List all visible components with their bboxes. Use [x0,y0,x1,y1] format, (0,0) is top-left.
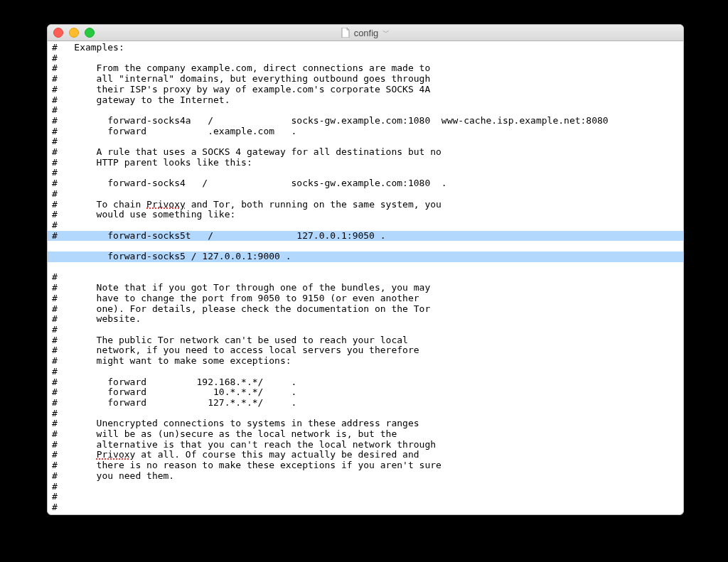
code-line[interactable]: # A rule that uses a SOCKS 4 gateway for… [52,146,441,157]
document-icon [341,28,350,38]
minimize-button[interactable] [69,28,79,38]
titlebar[interactable]: config ﹀ [48,25,683,41]
editor-window: config ﹀ # Examples: # # From the compan… [47,24,684,515]
code-line[interactable]: # [52,491,58,502]
code-line[interactable]: # forward 127.*.*.*/ . [52,397,296,408]
code-line[interactable]: # network, if you need to access local s… [52,345,419,355]
chevron-down-icon: ﹀ [382,28,390,38]
selected-line[interactable]: # forward-socks5t / 127.0.0.1:9050 . [48,231,683,242]
code-line[interactable]: # To chain Privoxy and Tor, both running… [52,199,441,210]
code-line[interactable]: # you need them. [52,470,174,481]
code-line[interactable]: # [52,408,58,418]
code-line[interactable]: # will be as (un)secure as the local net… [52,428,397,439]
code-line[interactable]: # forward-socks4 / socks-gw.example.com:… [52,178,447,188]
code-line[interactable]: # The public Tor network can't be used t… [52,335,408,345]
code-line[interactable]: # [52,481,58,492]
code-line[interactable]: # [52,104,58,115]
window-title[interactable]: config ﹀ [48,28,683,38]
code-line[interactable]: # [52,271,58,282]
code-line[interactable]: # Note that if you got Tor through one o… [52,282,430,293]
code-line[interactable]: # forward-socks4a / socks-gw.example.com… [52,115,609,126]
text-editor[interactable]: # Examples: # # From the company example… [48,41,683,514]
code-line[interactable]: # Privoxy at all. Of course this may act… [52,449,419,460]
code-line[interactable]: # might want to make some exceptions: [52,355,291,366]
selected-line[interactable]: forward-socks5 / 127.0.0.1:9000 . [48,252,683,262]
code-line[interactable]: # all "internal" domains, but everything… [52,73,430,84]
code-line[interactable]: # forward 192.168.*.*/ . [52,377,296,387]
code-line[interactable]: # HTTP parent looks like this: [52,157,252,168]
code-line[interactable]: # [52,188,58,199]
code-line[interactable]: # [52,512,58,514]
window-controls [53,28,95,38]
code-line[interactable]: # [52,136,58,146]
title-text: config [354,28,379,38]
code-line[interactable]: # forward .example.com . [52,126,296,136]
code-line[interactable]: # one). For details, please check the do… [52,303,430,314]
code-line[interactable]: # [52,324,58,335]
code-line[interactable]: # have to change the port from 9050 to 9… [52,293,419,303]
code-line[interactable]: # [52,167,58,178]
code-line[interactable]: # [52,53,58,63]
code-line[interactable]: # website. [52,313,141,324]
code-line[interactable]: # Examples: [52,42,124,53]
close-button[interactable] [53,28,63,38]
zoom-button[interactable] [85,28,95,38]
code-line[interactable]: # gateway to the Internet. [52,94,230,105]
code-line[interactable]: # would use something like: [52,209,235,220]
code-line[interactable]: # their ISP's proxy by way of example.co… [52,84,430,94]
code-line[interactable]: # From the company example.com, direct c… [52,63,430,73]
code-line[interactable]: # there is no reason to make these excep… [52,460,441,470]
code-line[interactable]: # alternative is that you can't reach th… [52,439,436,450]
code-line[interactable]: # [52,502,58,512]
code-line[interactable]: # [52,220,58,230]
code-line[interactable]: # [52,366,58,377]
code-line[interactable]: # forward 10.*.*.*/ . [52,387,296,397]
code-line[interactable]: # Unencrypted connections to systems in … [52,418,419,428]
